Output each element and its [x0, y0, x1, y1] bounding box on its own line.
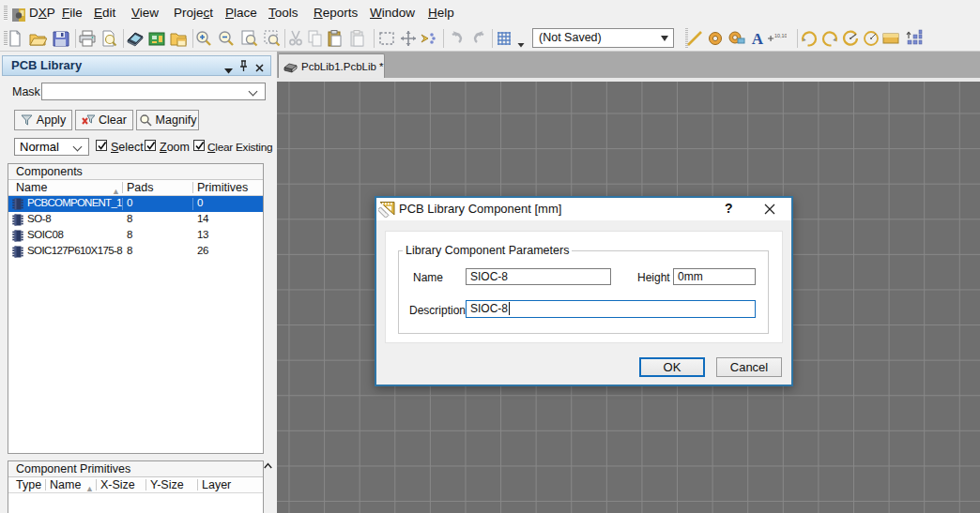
- svg-text:10,10: 10,10: [774, 33, 787, 38]
- svg-text:A: A: [752, 30, 764, 48]
